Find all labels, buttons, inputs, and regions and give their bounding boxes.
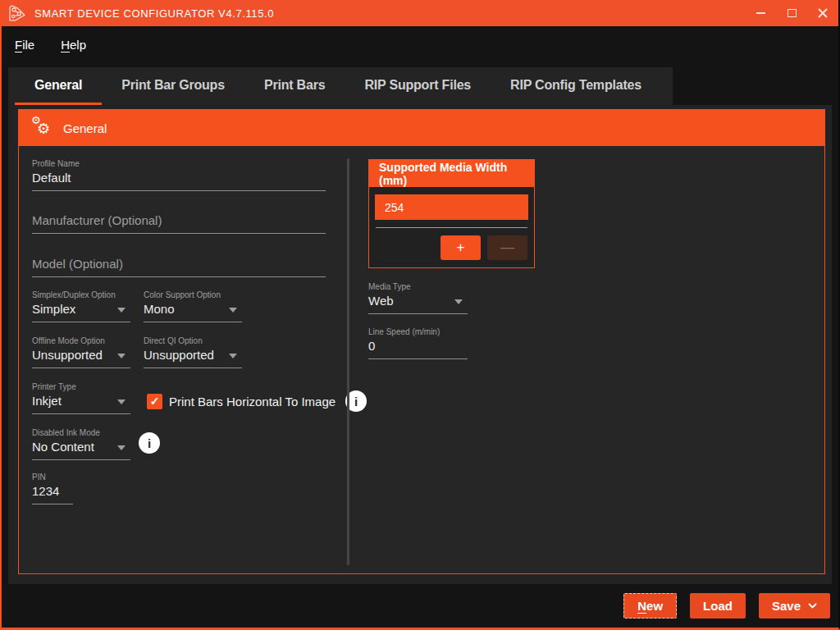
pin-field[interactable]: PIN 1234 [32,472,73,504]
disabled-ink-mode-dropdown[interactable]: Disabled Ink Mode No Content [32,428,130,460]
close-button[interactable] [807,0,838,26]
media-type-dropdown[interactable]: Media Type Web [368,282,468,314]
general-panel: ⚙ ⚙ General Profile Name Default Manufac… [18,109,825,574]
minimize-button[interactable] [745,0,776,26]
chevron-down-icon [229,308,237,313]
profile-name-field[interactable]: Profile Name Default [32,159,326,191]
disabled-ink-info-row: i [139,432,160,454]
add-media-width-button[interactable]: + [441,235,481,260]
window-controls [745,0,838,26]
chevron-down-icon [117,308,126,313]
model-field[interactable]: Model (Optional) [32,257,326,277]
chevron-down-icon [117,354,126,358]
tab-rip-support-files[interactable]: RIP Support Files [345,67,491,105]
tab-general[interactable]: General [15,67,102,105]
tab-rip-config-templates[interactable]: RIP Config Templates [491,67,661,105]
media-width-buttons: + — [369,235,527,260]
window-title: SMART DEVICE CONFIGURATOR V4.7.115.0 [34,7,274,20]
menu-file[interactable]: File [15,38,34,52]
direct-qi-dropdown[interactable]: Direct QI Option Unsupported [144,336,242,368]
minimize-icon [756,12,765,14]
chevron-down-icon [454,299,463,304]
print-bars-horizontal-label: Print Bars Horizontal To Image [169,395,336,409]
tab-print-bar-groups[interactable]: Print Bar Groups [102,67,244,105]
chevron-down-icon [229,354,237,358]
color-support-dropdown[interactable]: Color Support Option Mono [144,290,242,322]
media-width-divider [376,227,527,228]
remove-media-width-button: — [487,235,527,260]
line-speed-field[interactable]: Line Speed (m/min) 0 [368,327,468,359]
panel-title: General [63,121,107,135]
manufacturer-placeholder: Manufacturer (Optional) [32,213,326,234]
tab-print-bars[interactable]: Print Bars [244,67,345,105]
load-button[interactable]: Load [690,593,746,619]
print-bars-horizontal-checkbox[interactable]: ✓ [147,394,162,409]
column-divider [347,158,349,565]
gears-icon: ⚙ ⚙ [30,116,55,140]
profile-name-value: Default [32,171,326,191]
print-bars-horizontal-row: ✓ Print Bars Horizontal To Image i [147,390,367,412]
supported-media-width-header: Supported Media Width (mm) [369,160,534,187]
footer-bar: New Load Save [2,584,838,628]
chevron-down-icon [117,445,126,450]
simplex-duplex-dropdown[interactable]: Simplex/Duplex Option Simplex [32,290,130,322]
media-width-item[interactable]: 254 [375,194,528,220]
printer-type-dropdown[interactable]: Printer Type Inkjet [32,382,130,414]
content-shell: ⚙ ⚙ General Profile Name Default Manufac… [8,105,832,584]
offline-mode-dropdown[interactable]: Offline Mode Option Unsupported [32,336,130,368]
app-window: SMART DEVICE CONFIGURATOR V4.7.115.0 Fil… [0,0,840,630]
manufacturer-field[interactable]: Manufacturer (Optional) [32,213,326,234]
model-placeholder: Model (Optional) [32,257,326,277]
chevron-down-icon [808,603,817,609]
general-panel-body: Profile Name Default Manufacturer (Optio… [19,146,824,573]
profile-name-label: Profile Name [32,159,326,168]
supported-media-width-panel: Supported Media Width (mm) 254 + — [368,159,535,268]
maximize-icon [788,9,797,17]
title-bar: SMART DEVICE CONFIGURATOR V4.7.115.0 [2,0,838,26]
menu-help[interactable]: Help [61,38,86,52]
chevron-down-icon [117,399,126,404]
menu-bar: File Help [2,26,838,62]
maximize-button[interactable] [776,0,807,26]
app-logo-icon [7,2,28,24]
new-button[interactable]: New [623,593,677,619]
info-icon[interactable]: i [139,432,160,454]
general-panel-header: ⚙ ⚙ General [19,110,824,146]
save-button[interactable]: Save [759,593,830,619]
tab-strip: General Print Bar Groups Print Bars RIP … [8,67,673,105]
close-icon [818,8,828,18]
